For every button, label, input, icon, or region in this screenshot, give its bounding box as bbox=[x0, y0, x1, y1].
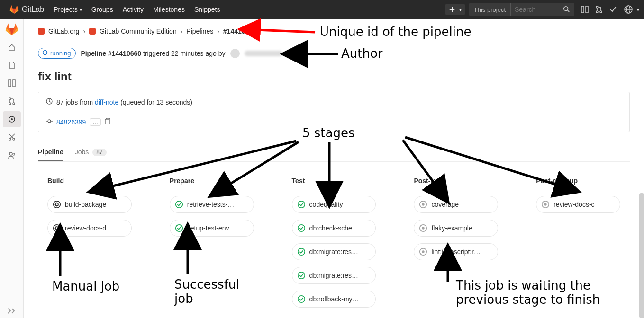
nav-projects[interactable]: Projects▾ bbox=[49, 0, 87, 19]
search-button[interactable] bbox=[558, 6, 574, 14]
pipeline-job[interactable]: flaky-example… bbox=[414, 220, 498, 237]
chevron-down-icon: ▾ bbox=[80, 7, 82, 12]
crumb-pipeline-id: #14410660 bbox=[223, 27, 256, 35]
svg-rect-1 bbox=[450, 9, 455, 10]
stage-column: Testcodequalitydb:check-sche…db:migrate:… bbox=[292, 177, 376, 314]
chevron-down-icon: ▾ bbox=[459, 7, 462, 12]
job-status-icon bbox=[53, 224, 61, 232]
brand-label: GitLab bbox=[22, 5, 44, 14]
tab-jobs[interactable]: Jobs 87 bbox=[75, 142, 107, 161]
svg-point-33 bbox=[55, 227, 58, 230]
nav-snippets[interactable]: Snippets bbox=[190, 0, 225, 19]
nav-groups[interactable]: Groups bbox=[87, 0, 118, 19]
sidebar-item-snippets[interactable] bbox=[3, 129, 21, 145]
sidebar-item-issues[interactable] bbox=[3, 75, 21, 91]
pipeline-job[interactable]: lint:javascript:r… bbox=[414, 243, 498, 260]
svg-point-40 bbox=[298, 296, 304, 302]
crumb-group[interactable]: GitLab.org bbox=[48, 27, 79, 35]
new-dropdown[interactable]: ▾ bbox=[445, 4, 465, 15]
pipeline-graph: Buildbuild-packagereview-docs-d…Preparer… bbox=[38, 162, 630, 314]
page-title: fix lint bbox=[38, 70, 630, 83]
crumb-project[interactable]: GitLab Community Edition bbox=[100, 27, 177, 35]
svg-point-6 bbox=[596, 6, 598, 8]
svg-point-31 bbox=[55, 203, 58, 206]
svg-line-3 bbox=[568, 10, 570, 12]
job-status-icon bbox=[297, 247, 306, 256]
pipeline-header-text: Pipeline #14410660 triggered 22 minutes … bbox=[81, 50, 225, 57]
svg-point-42 bbox=[422, 203, 425, 205]
job-status-icon bbox=[53, 200, 61, 209]
svg-point-14 bbox=[9, 98, 11, 100]
svg-point-46 bbox=[422, 250, 425, 253]
job-label: lint:javascript:r… bbox=[431, 248, 480, 256]
status-badge-running[interactable]: running bbox=[38, 48, 76, 59]
svg-point-18 bbox=[11, 118, 13, 120]
commit-sha-link[interactable]: 84826399 bbox=[56, 118, 86, 126]
branch-link[interactable]: diff-note bbox=[95, 98, 118, 106]
scissors-icon bbox=[8, 133, 16, 141]
svg-rect-29 bbox=[105, 119, 109, 124]
job-status-icon bbox=[419, 200, 427, 209]
nav-milestones[interactable]: Milestones bbox=[148, 0, 190, 19]
issue-boards-icon[interactable] bbox=[581, 6, 589, 13]
svg-point-35 bbox=[176, 225, 182, 231]
svg-point-22 bbox=[13, 153, 15, 155]
tab-pipeline[interactable]: Pipeline bbox=[38, 142, 63, 161]
commit-row: 84826399 … bbox=[38, 112, 629, 132]
gitlab-logo[interactable]: GitLab bbox=[5, 5, 49, 14]
sidebar-item-project[interactable] bbox=[3, 39, 21, 55]
chevron-down-icon: ▾ bbox=[637, 7, 639, 12]
doc-icon bbox=[8, 62, 16, 69]
stage-title: Test bbox=[292, 177, 376, 185]
left-sidebar bbox=[0, 19, 24, 318]
commit-message-toggle[interactable]: … bbox=[90, 118, 101, 126]
job-label: coverage bbox=[431, 201, 459, 208]
scrollbar-vertical[interactable] bbox=[639, 193, 644, 318]
svg-point-37 bbox=[298, 225, 304, 231]
pipeline-job[interactable]: coverage bbox=[414, 196, 498, 213]
pipeline-job[interactable]: db:rollback-my… bbox=[292, 291, 376, 308]
sidebar-item-members[interactable] bbox=[3, 147, 21, 163]
group-avatar-icon bbox=[38, 28, 45, 35]
pipeline-job[interactable]: db:migrate:res… bbox=[292, 267, 376, 284]
project-avatar[interactable] bbox=[5, 23, 18, 37]
sidebar-item-merge-requests[interactable] bbox=[3, 93, 21, 109]
user-menu[interactable]: ▾ bbox=[624, 5, 639, 14]
sidebar-item-repository[interactable] bbox=[3, 57, 21, 73]
pipeline-job[interactable]: review-docs-d… bbox=[47, 220, 132, 237]
author-avatar[interactable] bbox=[230, 49, 240, 58]
svg-point-2 bbox=[564, 6, 568, 10]
job-label: db:check-sche… bbox=[309, 224, 359, 232]
svg-point-44 bbox=[422, 227, 425, 229]
pipeline-job[interactable]: build-package bbox=[47, 196, 132, 213]
job-status-icon bbox=[297, 271, 306, 280]
plus-icon bbox=[449, 6, 455, 13]
svg-point-38 bbox=[298, 248, 304, 255]
pipeline-job[interactable]: codequality bbox=[292, 196, 376, 213]
todos-icon[interactable] bbox=[609, 6, 617, 13]
merge-request-icon[interactable] bbox=[595, 6, 603, 13]
pipeline-job[interactable]: setup-test-env bbox=[170, 220, 254, 237]
nav-activity[interactable]: Activity bbox=[118, 0, 148, 19]
globe-icon bbox=[624, 5, 633, 14]
search-input[interactable] bbox=[511, 6, 558, 13]
svg-point-8 bbox=[600, 11, 602, 13]
pipeline-job[interactable]: db:check-sche… bbox=[292, 220, 376, 237]
search-scope[interactable]: This project bbox=[469, 3, 511, 16]
pipeline-job[interactable]: review-docs-c bbox=[536, 196, 620, 213]
global-search: This project bbox=[469, 3, 574, 16]
sidebar-collapse-button[interactable] bbox=[0, 308, 23, 314]
svg-rect-12 bbox=[9, 80, 11, 87]
svg-point-25 bbox=[48, 120, 51, 123]
svg-rect-5 bbox=[586, 6, 588, 13]
stage-column: Prepareretrieve-tests-…setup-test-env bbox=[170, 177, 254, 314]
pipeline-info-card: 87 jobs from diff-note (queued for 13 se… bbox=[38, 92, 630, 132]
search-icon bbox=[563, 6, 570, 12]
crumb-pipelines[interactable]: Pipelines bbox=[186, 27, 213, 35]
copy-sha-button[interactable] bbox=[105, 118, 111, 126]
svg-point-32 bbox=[54, 225, 60, 231]
stage-title: Post-cleanup bbox=[536, 177, 620, 185]
pipeline-job[interactable]: db:migrate:res… bbox=[292, 243, 376, 260]
pipeline-job[interactable]: retrieve-tests-… bbox=[170, 196, 254, 213]
sidebar-item-pipelines[interactable] bbox=[3, 111, 21, 127]
